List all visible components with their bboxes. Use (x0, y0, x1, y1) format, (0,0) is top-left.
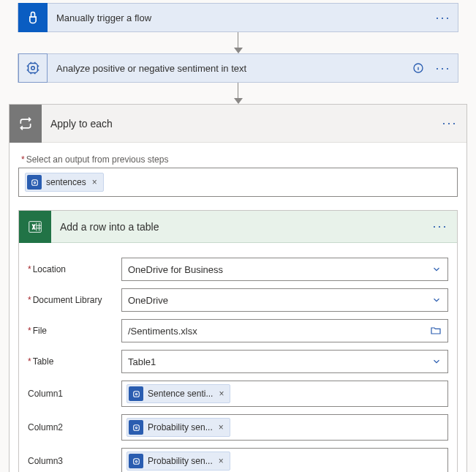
svg-point-4 (34, 181, 35, 183)
excel-more-button[interactable]: ··· (423, 219, 457, 234)
token-remove[interactable]: × (217, 422, 225, 432)
svg-point-11 (135, 460, 137, 462)
select-output-input[interactable]: sentences × (18, 168, 458, 197)
step-more-button[interactable]: ··· (428, 10, 458, 26)
column1-label: Column1 (28, 389, 121, 399)
table-select[interactable]: Table1 (121, 350, 448, 373)
touch-icon (18, 3, 48, 32)
svg-point-7 (135, 393, 137, 394)
step-title: Manually trigger a flow (48, 12, 428, 23)
file-value: /Sentiments.xlsx (128, 326, 197, 337)
step-analyze-sentiment[interactable]: Analyze positive or negative sentiment i… (18, 53, 458, 83)
svg-point-1 (31, 67, 35, 70)
column1-input[interactable]: Sentence senti... × (121, 381, 448, 407)
ai-token-icon (129, 386, 143, 401)
chevron-down-icon (431, 356, 442, 367)
ai-icon (18, 53, 48, 83)
apply-to-each-header[interactable]: Apply to each ··· (10, 105, 466, 143)
library-label: *Document Library (28, 295, 121, 305)
add-row-action: Add a row into a table ··· *Location One… (18, 210, 458, 472)
table-value: Table1 (128, 356, 156, 367)
location-value: OneDrive for Business (128, 264, 223, 275)
location-select[interactable]: OneDrive for Business (121, 258, 448, 281)
column3-input[interactable]: Probability sen... × (121, 448, 448, 472)
library-value: OneDrive (128, 295, 168, 306)
svg-rect-6 (133, 391, 139, 397)
token-remove[interactable]: × (91, 177, 99, 187)
column2-label: Column2 (28, 422, 121, 432)
add-row-header[interactable]: Add a row into a table ··· (19, 211, 457, 243)
column3-label: Column3 (28, 456, 121, 466)
svg-rect-3 (31, 179, 37, 185)
ai-token-icon (27, 175, 42, 190)
connector-arrow (6, 83, 470, 104)
token-remove[interactable]: × (217, 389, 225, 399)
step-more-button[interactable]: ··· (428, 61, 458, 76)
step-title: Analyze positive or negative sentiment i… (48, 63, 408, 74)
info-icon[interactable] (408, 62, 428, 74)
foreach-title: Apply to each (42, 118, 433, 130)
svg-rect-0 (29, 64, 38, 73)
library-select[interactable]: OneDrive (121, 288, 448, 312)
token-sentences[interactable]: sentences × (25, 173, 104, 192)
select-output-label: *Select an output from previous steps (21, 154, 455, 165)
loop-icon (10, 105, 42, 143)
svg-rect-8 (133, 424, 139, 430)
column2-input[interactable]: Probability sen... × (121, 414, 448, 441)
chevron-down-icon (431, 264, 442, 274)
token-label: Sentence senti... (148, 389, 213, 399)
connector-arrow (6, 32, 470, 53)
svg-point-9 (135, 427, 137, 428)
foreach-more-button[interactable]: ··· (433, 116, 466, 131)
excel-title: Add a row into a table (51, 221, 423, 233)
token-col1[interactable]: Sentence senti... × (126, 384, 230, 403)
token-remove[interactable]: × (217, 456, 225, 466)
step-manual-trigger[interactable]: Manually trigger a flow ··· (18, 3, 458, 32)
token-col2[interactable]: Probability sen... × (126, 418, 230, 437)
ai-token-icon (129, 454, 143, 468)
apply-to-each-container: Apply to each ··· *Select an output from… (9, 104, 467, 472)
token-label: sentences (46, 177, 86, 187)
token-label: Probability sen... (148, 456, 213, 466)
location-label: *Location (28, 264, 121, 274)
svg-rect-10 (133, 458, 139, 464)
folder-icon[interactable] (430, 325, 442, 337)
excel-icon (19, 211, 51, 243)
token-label: Probability sen... (148, 422, 213, 432)
chevron-down-icon (431, 295, 442, 305)
file-label: *File (28, 326, 121, 336)
ai-token-icon (129, 420, 143, 435)
token-col3[interactable]: Probability sen... × (126, 452, 230, 471)
file-input[interactable]: /Sentiments.xlsx (121, 319, 448, 342)
table-label: *Table (28, 356, 121, 367)
